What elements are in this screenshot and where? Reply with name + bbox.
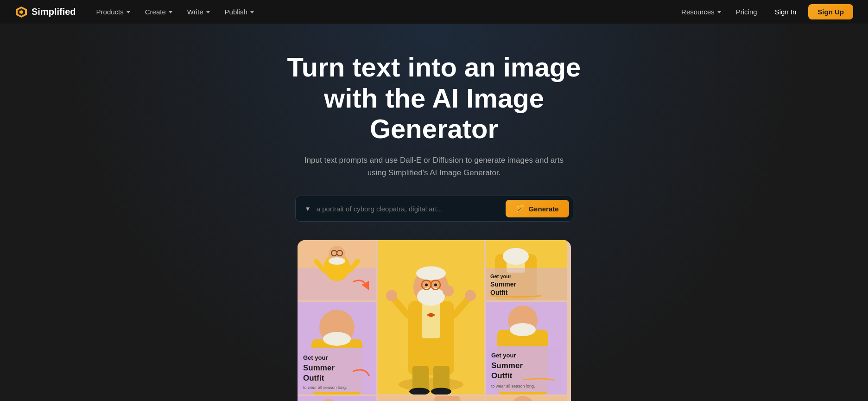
logo[interactable]: Simplified <box>15 6 76 19</box>
svg-point-7 <box>329 257 345 265</box>
nav-item-write[interactable]: Write <box>182 5 215 19</box>
figure-image-2 <box>378 240 484 395</box>
svg-text:Summer: Summer <box>490 280 517 288</box>
sign-in-button[interactable]: Sign In <box>767 4 805 19</box>
svg-text:Outfit: Outfit <box>303 374 324 382</box>
grid-cell-1 <box>298 240 376 300</box>
nav-item-products[interactable]: Products <box>91 5 136 19</box>
main-content: Turn text into an image with the AI Imag… <box>0 24 868 401</box>
grid-cell-6: Get your <box>298 396 376 401</box>
chevron-down-icon <box>169 11 172 13</box>
grid-cell-5: Get your Summer Outfit to wear all seaso… <box>486 302 567 395</box>
logo-text: Simplified <box>32 6 76 17</box>
svg-rect-32 <box>433 366 450 392</box>
navbar: Simplified Products Create Write Publish… <box>0 0 868 24</box>
svg-point-46 <box>323 332 351 346</box>
figure-image-5: Get your Summer Outfit to wear all seaso… <box>486 302 567 395</box>
svg-text:Get your: Get your <box>491 352 516 359</box>
svg-point-24 <box>425 284 428 286</box>
svg-point-20 <box>416 267 446 280</box>
svg-text:Get your: Get your <box>303 354 328 361</box>
chevron-down-icon <box>250 11 254 13</box>
chevron-down-icon: ▼ <box>305 205 311 212</box>
grid-cell-3: Get your Summer Outfit <box>486 240 567 300</box>
hero-subtitle: Input text prompts and use Dall-E or Dif… <box>304 154 564 179</box>
svg-point-29 <box>465 290 476 301</box>
svg-point-25 <box>434 284 437 286</box>
svg-rect-70 <box>378 396 484 401</box>
svg-text:Summer: Summer <box>303 363 335 372</box>
svg-point-19 <box>417 287 445 306</box>
nav-right: Resources Pricing Sign In Sign Up <box>676 4 853 19</box>
svg-text:Summer: Summer <box>491 361 523 370</box>
nav-item-pricing[interactable]: Pricing <box>730 5 763 19</box>
svg-point-55 <box>510 323 536 336</box>
generate-button[interactable]: 🪄 Generate <box>506 200 569 217</box>
grid-cell-7: Get your Summer Outfit to wear all seaso… <box>378 396 484 401</box>
svg-point-14 <box>399 378 463 392</box>
image-grid-container: Get your Summer Outfit <box>298 240 571 401</box>
svg-text:Outfit: Outfit <box>490 289 508 296</box>
chevron-down-icon <box>127 11 130 13</box>
grid-cell-2 <box>378 240 484 395</box>
grid-cell-4: Get your Summer Outfit to wear all seaso… <box>298 302 376 395</box>
generate-bar: ▼ 🪄 Generate <box>295 196 573 222</box>
sign-up-button[interactable]: Sign Up <box>808 4 853 19</box>
hero-title: Turn text into an image with the AI Imag… <box>272 52 596 145</box>
svg-text:to wear all season long.: to wear all season long. <box>303 385 347 390</box>
svg-point-72 <box>433 396 461 401</box>
logo-icon <box>15 6 28 19</box>
figure-image-4: Get your Summer Outfit to wear all seaso… <box>298 302 376 395</box>
image-grid: Get your Summer Outfit <box>298 240 571 401</box>
svg-point-30 <box>443 286 454 297</box>
svg-text:to wear all season long.: to wear all season long. <box>491 384 535 388</box>
nav-item-resources[interactable]: Resources <box>676 5 727 19</box>
svg-point-38 <box>503 248 529 265</box>
search-bar-left: ▼ <box>302 203 502 215</box>
nav-item-publish[interactable]: Publish <box>219 5 260 19</box>
nav-item-create[interactable]: Create <box>139 5 178 19</box>
wand-icon: 🪄 <box>516 204 525 213</box>
figure-image-6: Get your <box>298 396 376 401</box>
prompt-input[interactable] <box>317 203 502 215</box>
svg-rect-31 <box>412 366 429 392</box>
svg-rect-61 <box>298 396 376 401</box>
figure-image-1 <box>298 240 376 300</box>
svg-text:Get your: Get your <box>490 274 512 279</box>
grid-cell-8: Get your Summer Outfit to wear all seaso… <box>486 396 567 401</box>
svg-point-28 <box>386 290 397 301</box>
svg-rect-16 <box>422 301 440 338</box>
chevron-down-icon <box>206 11 210 13</box>
figure-image-3: Get your Summer Outfit <box>486 240 567 300</box>
nav-left: Simplified Products Create Write Publish <box>15 5 260 19</box>
figure-image-7: Get your Summer Outfit to wear all seaso… <box>378 396 484 401</box>
style-dropdown-button[interactable]: ▼ <box>302 204 314 214</box>
chevron-down-icon <box>717 11 721 13</box>
svg-text:Outfit: Outfit <box>491 371 513 380</box>
figure-image-8: Get your Summer Outfit to wear all seaso… <box>486 396 567 401</box>
